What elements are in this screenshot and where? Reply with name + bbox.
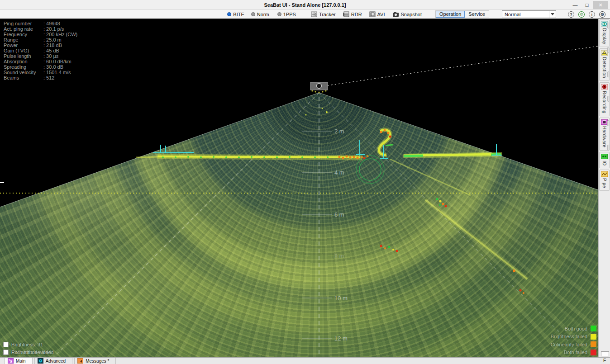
settings-icon[interactable]: ⚙ bbox=[599, 11, 605, 18]
detection-icon bbox=[601, 50, 608, 56]
mode-switch: Operation Service bbox=[435, 10, 489, 18]
right-diagonal-dashed-line bbox=[319, 93, 585, 357]
ping-number-value: : 49948 bbox=[43, 21, 60, 26]
ping-rate-label: Act. ping rate bbox=[4, 26, 43, 32]
tracker-button[interactable]: Tracker bbox=[311, 11, 336, 17]
absorption-value: : 60.0 dB/km bbox=[43, 59, 71, 64]
detection-legend: Both good Brightness failed Colinearity … bbox=[551, 325, 596, 356]
sonar-display[interactable]: 2 m 4 m 6 m 8 m 10 m 12 m bbox=[0, 19, 598, 357]
main-tab-icon bbox=[8, 358, 14, 364]
tracking-circle-inner bbox=[359, 159, 381, 180]
frequency-value: : 200 kHz (CW) bbox=[43, 32, 77, 37]
profile-dropdown[interactable]: Normal bbox=[502, 10, 556, 18]
sonar-info-panel: Ping number: 49948 Act. ping rate: 20.1 … bbox=[4, 21, 77, 80]
norm-led-icon bbox=[251, 12, 255, 16]
snapshot-icon bbox=[392, 11, 399, 17]
maximize-button[interactable]: □ bbox=[581, 1, 593, 9]
snapshot-button[interactable]: Snapshot bbox=[392, 11, 422, 17]
brightness-label: Brightness: 31 bbox=[11, 342, 43, 347]
1pps-indicator: 1PPS bbox=[277, 12, 296, 17]
attitude-aided-checkbox[interactable] bbox=[3, 350, 9, 355]
spreading-label: Spreading bbox=[4, 64, 43, 70]
bottom-tab-bar: Main Advanced Messages * F bbox=[0, 357, 610, 364]
rdr-icon bbox=[343, 11, 349, 17]
gain-value: : 45 dB bbox=[43, 48, 59, 53]
range-value: : 25.0 m bbox=[43, 37, 62, 43]
power-value: : 218 dB bbox=[43, 43, 62, 48]
avi-button[interactable]: AVI bbox=[369, 11, 385, 17]
detection-cluster-a bbox=[436, 198, 447, 208]
legend-both-good: Both good bbox=[565, 326, 587, 331]
panel-grips bbox=[607, 23, 610, 169]
range-label-10m: 10 m bbox=[334, 295, 348, 302]
minimize-button[interactable]: — bbox=[569, 1, 581, 9]
detection-cluster-b bbox=[380, 245, 398, 252]
right-sidebar: Display Detection Recording Hardware bbox=[598, 19, 610, 357]
absorption-label: Absorption bbox=[4, 59, 43, 64]
legend-colinearity-failed: Colinearity failed bbox=[551, 342, 587, 347]
status-indicators: BITE Norm. 1PPS bbox=[227, 12, 303, 17]
profile-dropdown-value: Normal bbox=[505, 12, 520, 17]
frequency-label: Frequency bbox=[4, 32, 43, 37]
info-icon[interactable]: i bbox=[589, 11, 595, 18]
sound-velocity-value: : 1501.4 m/s bbox=[43, 70, 71, 75]
tab-service[interactable]: Service bbox=[465, 11, 489, 18]
range-label-8m: 8 m bbox=[334, 253, 344, 260]
bite-indicator: BITE bbox=[227, 12, 244, 17]
bite-led-icon bbox=[227, 12, 231, 16]
advanced-tab-icon bbox=[38, 358, 43, 364]
norm-indicator: Norm. bbox=[251, 12, 271, 17]
bite-label: BITE bbox=[233, 12, 244, 17]
recording-icon bbox=[601, 84, 608, 90]
green-swatch bbox=[591, 326, 596, 331]
display-options: Brightness: 31 Pitch attitude aided Roll… bbox=[3, 340, 54, 356]
help-icon[interactable]: ? bbox=[568, 11, 574, 18]
beams-label: Beams bbox=[4, 75, 43, 80]
rdr-button[interactable]: RDR bbox=[343, 11, 362, 17]
left-diagonal-dashed-line bbox=[53, 93, 319, 357]
hardware-icon bbox=[601, 119, 608, 125]
tracking-circle-outer bbox=[356, 156, 384, 184]
range-label-2m: 2 m bbox=[334, 128, 344, 135]
red-swatch bbox=[591, 350, 596, 355]
tab-messages[interactable]: Messages * bbox=[74, 358, 116, 364]
pulse-length-value: : 30 µs bbox=[43, 53, 58, 59]
range-label-4m: 4 m bbox=[334, 169, 344, 176]
1pps-led-icon bbox=[277, 12, 281, 16]
range-label-12m: 12 m bbox=[334, 335, 348, 342]
sound-velocity-label: Sound velocity bbox=[4, 70, 43, 75]
ping-rate-value: : 20.1 p/s bbox=[43, 26, 64, 32]
brightness-checkbox[interactable] bbox=[3, 342, 9, 347]
beams-value: : 512 bbox=[43, 75, 54, 80]
chevron-down-icon bbox=[549, 11, 556, 18]
sidebar-tab-pipe[interactable]: Pipe bbox=[599, 170, 610, 191]
ping-number-label: Ping number bbox=[4, 21, 43, 26]
range-label-6m: 6 m bbox=[334, 211, 344, 218]
gain-label: Gain (TVG) bbox=[4, 48, 43, 53]
copyright-icon[interactable]: © bbox=[578, 11, 585, 18]
range-label: Range bbox=[4, 37, 43, 43]
pipe-icon bbox=[601, 171, 608, 177]
pulse-length-label: Pulse length bbox=[4, 53, 43, 59]
legend-brightness-failed: Brightness failed bbox=[551, 334, 587, 339]
tab-operation[interactable]: Operation bbox=[436, 11, 465, 18]
tab-main[interactable]: Main bbox=[5, 358, 33, 364]
norm-label: Norm. bbox=[257, 12, 271, 17]
toolbar: BITE Norm. 1PPS Tracker RDR bbox=[0, 10, 610, 19]
attitude-aided-label: Pitch attitude aided Roll attitude aided bbox=[11, 350, 54, 355]
orange-swatch bbox=[591, 341, 596, 347]
1pps-label: 1PPS bbox=[283, 12, 296, 17]
sonar-head-lens bbox=[317, 84, 322, 89]
tab-advanced[interactable]: Advanced bbox=[34, 358, 72, 364]
heading-dotted-line bbox=[328, 46, 598, 85]
tracker-icon bbox=[311, 11, 317, 17]
spreading-value: : 30.0 dB bbox=[43, 64, 63, 70]
messages-tab-icon bbox=[77, 358, 83, 364]
sonar-overlay: 2 m 4 m 6 m 8 m 10 m 12 m bbox=[0, 19, 598, 357]
legend-both-failed: Both failed bbox=[564, 350, 587, 355]
corner-box bbox=[601, 351, 609, 356]
corner-label: F bbox=[603, 358, 606, 363]
avi-icon bbox=[369, 11, 376, 17]
window-title: SeaBat UI - Stand Alone [127.0.0.1] bbox=[264, 2, 346, 8]
close-button[interactable]: ✕ bbox=[593, 1, 608, 9]
